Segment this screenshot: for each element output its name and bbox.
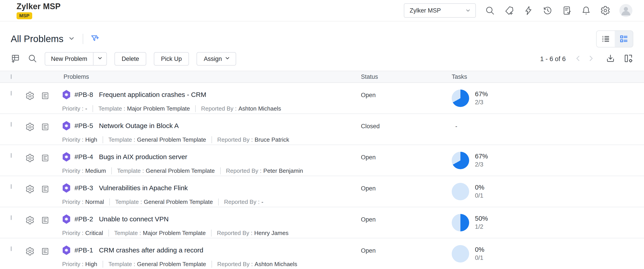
chevron-down-icon [465,8,471,14]
msp-badge: MSP [16,12,32,19]
problem-meta: Priority :HighTemplate :General Problem … [62,136,361,143]
table-header-row: Problems Status Tasks [0,71,644,83]
filter-add-icon[interactable] [90,34,99,44]
worklog-note-icon[interactable] [41,221,50,225]
problem-id[interactable]: #PB-2 [74,215,93,223]
worklog-note-icon[interactable] [41,128,50,132]
task-percent: 50% [475,214,488,223]
problem-title[interactable]: Network Outage in Block A [99,122,179,130]
worklog-note-icon[interactable] [41,190,50,194]
avatar[interactable] [620,4,632,17]
assign-button[interactable]: Assign [196,52,236,66]
meta-segment: Priority :High [62,261,97,268]
chevron-down-icon[interactable] [68,35,75,43]
row-checkbox[interactable] [11,91,12,96]
app-header: Zylker MSP MSP Zylker MSP [0,0,644,22]
worklog-note-icon[interactable] [41,159,50,163]
problem-title[interactable]: Frequent application crashes - CRM [99,91,206,99]
row-checkbox[interactable] [11,122,12,127]
row-settings-icon[interactable] [26,253,34,256]
pickup-label: Pick Up [154,56,188,63]
problem-badge-icon [62,121,71,130]
chevron-down-icon[interactable] [94,55,106,63]
flash-icon[interactable] [523,5,534,16]
page-title[interactable]: All Problems [11,34,64,44]
search-icon[interactable] [485,5,495,16]
table-row[interactable]: #PB-4 Bugs in AIX production server Prio… [0,145,644,176]
search-icon[interactable] [28,54,37,64]
row-settings-icon[interactable] [26,190,34,194]
chevron-right-icon[interactable] [587,55,595,63]
worklog-note-icon[interactable] [41,97,50,101]
table-row[interactable]: #PB-2 Unable to connect VPN Priority :Cr… [0,207,644,238]
table-row[interactable]: #PB-3 Vulnerabilities in Apache Flink Pr… [0,176,644,207]
chevron-left-icon[interactable] [574,55,582,63]
divider [83,34,83,44]
row-checkbox[interactable] [11,184,12,189]
notifications-icon[interactable] [581,5,591,16]
view-bar: All Problems [11,31,633,48]
problem-meta: Priority :MediumTemplate :General Proble… [62,167,361,174]
problem-title[interactable]: Vulnerabilities in Apache Flink [99,184,188,192]
table-row[interactable]: #PB-8 Frequent application crashes - CRM… [0,83,644,114]
row-settings-icon[interactable] [26,159,34,163]
table-row[interactable]: #PB-5 Network Outage in Block A Priority… [0,114,644,145]
row-checkbox[interactable] [11,246,12,251]
column-header-tasks[interactable]: Tasks [452,73,633,80]
history-icon[interactable] [542,5,553,16]
problem-id[interactable]: #PB-5 [74,122,93,130]
problem-title[interactable]: CRM crashes after adding a record [99,246,203,254]
delete-label: Delete [115,56,146,63]
row-settings-icon[interactable] [26,128,34,132]
problem-title[interactable]: Bugs in AIX production server [99,153,187,161]
row-checkbox[interactable] [11,153,12,158]
meta-segment: Priority :Normal [62,198,104,205]
task-progress-pie [452,183,469,200]
meta-segment: Template :General Problem Template [103,261,206,268]
worklog-note-icon[interactable] [41,253,50,256]
task-ratio: 1/2 [475,223,488,231]
task-ratio: 0/1 [475,192,484,200]
meta-segment: Priority :Critical [62,230,103,236]
table-row[interactable]: #PB-1 CRM crashes after adding a record … [0,238,644,269]
status-value: Open [361,207,452,238]
tasks-cell: - [452,114,633,145]
settings-icon[interactable] [600,5,610,16]
tasks-cell: 67% 2/3 [452,145,633,176]
pickup-button[interactable]: Pick Up [154,52,189,66]
problem-meta: Priority :-Template :Major Problem Templ… [62,105,361,112]
meta-segment: Reported By :Ashton Michaels [195,105,281,112]
problem-id[interactable]: #PB-8 [74,91,93,99]
problem-title[interactable]: Unable to connect VPN [99,215,168,223]
meta-segment: Template :General Problem Template [111,167,215,174]
column-settings-icon[interactable] [624,54,633,64]
task-percent: 0% [475,183,484,192]
problem-badge-icon [62,245,71,255]
add-view-icon[interactable] [11,54,20,64]
row-settings-icon[interactable] [26,221,34,225]
delete-button[interactable]: Delete [114,52,146,66]
meta-segment: Reported By :Ashton Michaels [212,261,298,268]
problem-id[interactable]: #PB-1 [74,246,93,254]
quick-add-icon[interactable] [504,5,514,16]
list-view-button[interactable] [596,31,615,47]
column-header-status[interactable]: Status [361,73,452,80]
row-checkbox[interactable] [11,215,12,220]
task-percent: 67% [475,90,488,98]
org-selector-dropdown[interactable]: Zylker MSP [404,3,476,18]
problem-id[interactable]: #PB-3 [74,184,93,192]
status-value: Open [361,238,452,269]
tasks-empty-placeholder: - [452,114,457,130]
detail-view-button[interactable] [615,31,633,47]
select-all-checkbox[interactable] [11,74,12,79]
column-header-problems[interactable]: Problems [62,73,361,80]
task-progress-pie [452,214,469,231]
new-problem-button[interactable]: New Problem [45,52,107,66]
problem-badge-icon [62,214,71,224]
export-icon[interactable] [606,54,616,64]
approvals-icon[interactable] [562,5,572,16]
row-settings-icon[interactable] [26,97,34,101]
problems-table: Problems Status Tasks #PB-8 Frequent app… [0,71,644,269]
meta-segment: Reported By :Peter Benjamin [220,167,303,174]
problem-id[interactable]: #PB-4 [74,153,93,161]
